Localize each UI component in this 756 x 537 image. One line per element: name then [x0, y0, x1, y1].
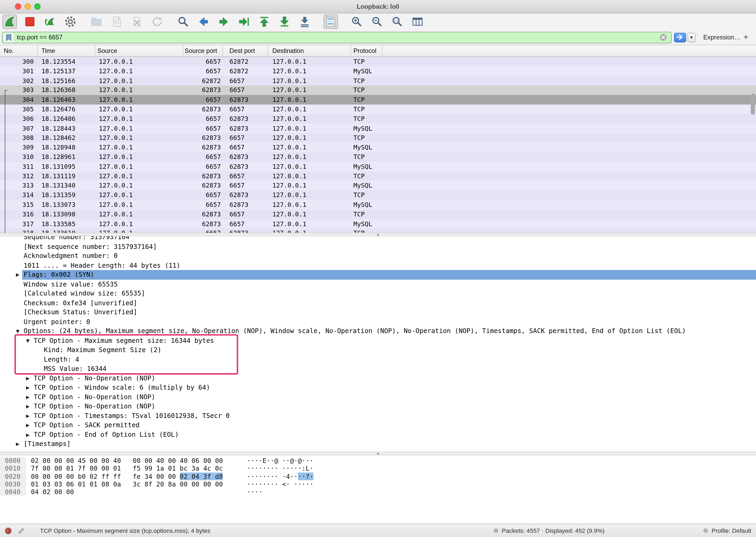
stop-capture-button[interactable] [23, 15, 37, 29]
capture-options-button[interactable] [63, 15, 78, 29]
status-profile[interactable]: Profile: Default [712, 527, 751, 534]
packet-row[interactable]: 30118.125137127.0.0.1665762872127.0.0.1M… [0, 66, 756, 76]
pane-splitter-top[interactable] [0, 233, 756, 236]
resize-columns-button[interactable] [410, 15, 425, 29]
detail-line[interactable]: [Next sequence number: 3157937164] [0, 242, 756, 251]
expanded-arrow-icon[interactable]: ▼ [26, 336, 34, 346]
hex-row[interactable]: 003001 03 03 06 01 01 08 0a 3c 8f 20 8a … [0, 480, 756, 488]
column-header-dest-port[interactable]: Dest port [223, 45, 268, 56]
column-header-protocol[interactable]: Protocol [351, 45, 382, 56]
hex-row[interactable]: 004004 02 00 00···· [0, 488, 756, 496]
packet-row[interactable]: 30018.123554127.0.0.1665762872127.0.0.1T… [0, 57, 756, 66]
detail-line[interactable]: Length: 4 [0, 355, 756, 364]
go-forward-button[interactable] [217, 15, 231, 29]
auto-scroll-button[interactable] [298, 15, 312, 29]
zoom-in-button[interactable] [349, 15, 364, 29]
go-back-button[interactable] [196, 15, 211, 29]
save-file-button[interactable] [109, 15, 124, 29]
detail-line[interactable]: [Calculated window size: 65535] [0, 289, 756, 298]
packet-row[interactable]: 30618.126486127.0.0.1665762873127.0.0.1T… [0, 114, 756, 124]
close-file-button[interactable] [130, 15, 144, 29]
expanded-arrow-icon[interactable]: ▼ [16, 326, 23, 336]
packet-row[interactable]: 31118.131095127.0.0.1665762873127.0.0.1M… [0, 162, 756, 171]
detail-line[interactable]: ▶[Timestamps] [0, 439, 756, 449]
packet-row[interactable]: 30718.128443127.0.0.1665762873127.0.0.1M… [0, 124, 756, 133]
packet-row[interactable]: 31018.128961127.0.0.1665762873127.0.0.1T… [0, 152, 756, 162]
open-file-button[interactable] [89, 15, 104, 29]
detail-line[interactable]: ▶TCP Option - Timestamps: TSval 10160129… [0, 411, 756, 421]
hex-row[interactable]: 002000 00 00 00 b0 02 ff ff fe 34 00 00 … [0, 473, 756, 480]
detail-line[interactable]: ▶TCP Option - SACK permitted [0, 420, 756, 430]
filter-apply-button[interactable] [674, 32, 686, 42]
restart-capture-button[interactable] [43, 15, 58, 29]
collapsed-arrow-icon[interactable]: ▶ [26, 430, 34, 439]
column-header-time[interactable]: Time [38, 45, 96, 56]
detail-line[interactable]: ▶Flags: 0x002 (SYN) [0, 270, 756, 280]
go-to-bottom-button[interactable] [277, 15, 292, 29]
detail-line[interactable]: [Checksum Status: Unverified] [0, 308, 756, 317]
column-header-source-port[interactable]: Source port [183, 45, 223, 56]
reload-file-button[interactable] [150, 15, 165, 29]
detail-line[interactable]: Checksum: 0xfe34 [unverified] [0, 298, 756, 308]
detail-line[interactable]: ▶TCP Option - No-Operation (NOP) [0, 401, 756, 411]
collapsed-arrow-icon[interactable]: ▶ [26, 392, 34, 402]
indent-gutter [0, 345, 36, 355]
start-capture-button[interactable] [2, 15, 17, 29]
detail-line[interactable]: ▶TCP Option - End of Option List (EOL) [0, 430, 756, 439]
zoom-normal-button[interactable]: 1:1 [390, 15, 405, 29]
detail-line[interactable]: ▼Options: (24 bytes), Maximum segment si… [0, 326, 756, 336]
collapsed-arrow-icon[interactable]: ▶ [26, 383, 34, 392]
detail-line[interactable]: Kind: Maximum Segment Size (2) [0, 345, 756, 355]
column-header-no[interactable]: No. [0, 45, 38, 56]
detail-line[interactable]: ▶TCP Option - Window scale: 6 (multiply … [0, 383, 756, 392]
filter-history-dropdown-button[interactable] [688, 32, 696, 42]
vertical-scrollbar-thumb[interactable] [751, 94, 755, 115]
hex-row[interactable]: 00107f 00 00 01 7f 00 00 01 f5 99 1a 01 … [0, 465, 756, 473]
filter-clear-icon[interactable] [659, 34, 667, 41]
packet-row[interactable]: 30318.126368127.0.0.1628736657127.0.0.1T… [0, 85, 756, 95]
packet-row[interactable]: 30518.126476127.0.0.1628736657127.0.0.1T… [0, 104, 756, 114]
detail-line[interactable]: 1011 .... = Header Length: 44 bytes (11) [0, 261, 756, 270]
filter-field[interactable] [2, 31, 671, 43]
detail-line[interactable]: Acknowledgment number: 0 [0, 251, 756, 261]
collapsed-arrow-icon[interactable]: ▶ [26, 411, 34, 421]
packet-row[interactable]: 30818.128462127.0.0.1628736657127.0.0.1T… [0, 133, 756, 143]
expression-button[interactable]: Expression… [703, 34, 741, 41]
zoom-out-button[interactable] [370, 15, 384, 29]
collapsed-arrow-icon[interactable]: ▶ [26, 401, 34, 411]
expert-info-button[interactable] [5, 527, 12, 534]
packet-row[interactable]: 31318.131340127.0.0.1628736657127.0.0.1M… [0, 181, 756, 190]
column-header-source[interactable]: Source [96, 45, 183, 56]
pane-splitter-bottom[interactable] [0, 452, 756, 455]
detail-line[interactable]: ▶TCP Option - No-Operation (NOP) [0, 374, 756, 383]
detail-line[interactable]: Urgent pointer: 0 [0, 317, 756, 326]
go-to-packet-button[interactable] [237, 15, 251, 29]
packet-row[interactable]: 31618.133098127.0.0.1628736657127.0.0.1T… [0, 210, 756, 219]
collapsed-arrow-icon[interactable]: ▶ [26, 420, 34, 430]
packet-row[interactable]: 31818.133610127.0.0.1665762873127.0.0.1T… [0, 229, 756, 233]
packet-row[interactable]: 31218.131119127.0.0.1628736657127.0.0.1T… [0, 171, 756, 181]
filter-bookmark-icon[interactable] [4, 33, 14, 42]
filter-input[interactable] [17, 34, 659, 41]
add-filter-button[interactable]: + [741, 32, 751, 42]
find-packet-button[interactable] [176, 15, 190, 29]
detail-line[interactable]: ▼TCP Option - Maximum segment size: 1634… [0, 336, 756, 346]
colorize-button[interactable] [324, 15, 338, 29]
detail-line[interactable]: MSS Value: 16344 [0, 364, 756, 374]
detail-line[interactable]: Sequence number: 3157937164 [0, 236, 756, 242]
packet-row[interactable]: 31518.133073127.0.0.1665762873127.0.0.1M… [0, 200, 756, 210]
packet-row[interactable]: 30418.126463127.0.0.1665762873127.0.0.1T… [0, 95, 756, 104]
collapsed-arrow-icon[interactable]: ▶ [16, 270, 23, 280]
go-to-top-button[interactable] [257, 15, 271, 29]
packet-row[interactable]: 31418.131359127.0.0.1665762873127.0.0.1T… [0, 190, 756, 200]
capture-comment-icon[interactable] [18, 527, 25, 534]
packet-row[interactable]: 30218.125166127.0.0.1628726657127.0.0.1T… [0, 76, 756, 85]
collapsed-arrow-icon[interactable]: ▶ [16, 439, 23, 449]
detail-line[interactable]: ▶TCP Option - No-Operation (NOP) [0, 392, 756, 402]
packet-row[interactable]: 31718.133585127.0.0.1628736657127.0.0.1M… [0, 219, 756, 229]
detail-line[interactable]: Window size value: 65535 [0, 279, 756, 289]
hex-row[interactable]: 000002 00 00 00 45 00 00 40 00 00 40 00 … [0, 457, 756, 465]
column-header-destination[interactable]: Destination [268, 45, 351, 56]
packet-row[interactable]: 30918.128948127.0.0.1628736657127.0.0.1M… [0, 143, 756, 152]
collapsed-arrow-icon[interactable]: ▶ [26, 374, 34, 383]
